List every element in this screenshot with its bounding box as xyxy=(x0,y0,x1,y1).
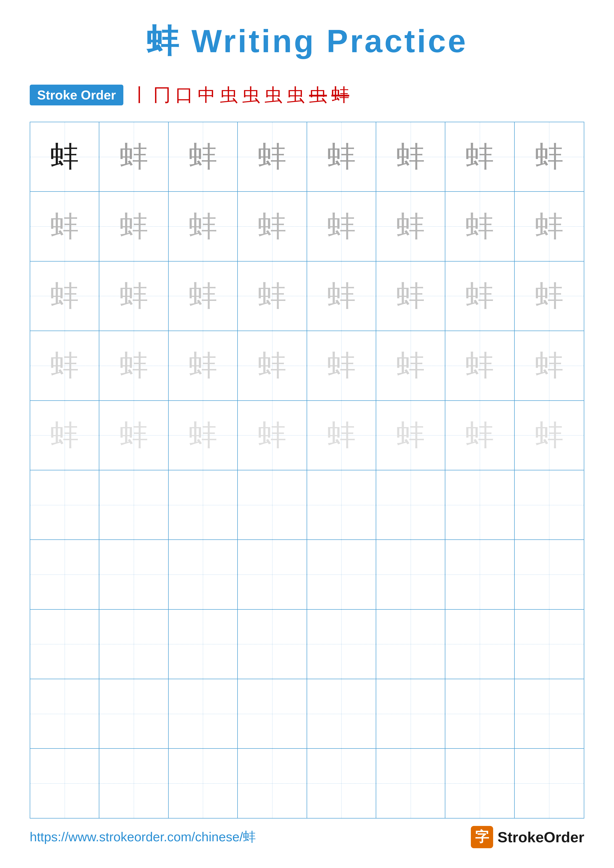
grid-cell-7-3[interactable] xyxy=(169,540,238,609)
stroke-sequence: 丨 冂 口 中 虫 虫 虫 虫 虫 蚌 xyxy=(131,83,349,107)
footer-logo: 字 StrokeOrder xyxy=(471,826,584,848)
char-practice: 蚌 xyxy=(120,143,148,171)
grid-cell-5-5: 蚌 xyxy=(307,401,376,470)
footer: https://www.strokeorder.com/chinese/蚌 字 … xyxy=(30,826,584,848)
char-practice: 蚌 xyxy=(396,421,425,450)
char-practice: 蚌 xyxy=(189,212,217,241)
grid-cell-8-6[interactable] xyxy=(376,610,445,679)
stroke-step-7: 虫 xyxy=(264,83,282,107)
char-practice: 蚌 xyxy=(535,351,563,380)
grid-cell-7-1[interactable] xyxy=(30,540,99,609)
grid-cell-3-2: 蚌 xyxy=(99,262,168,330)
grid-cell-10-5[interactable] xyxy=(307,749,376,818)
grid-cell-10-2[interactable] xyxy=(99,749,168,818)
char-practice: 蚌 xyxy=(465,282,494,310)
char-practice: 蚌 xyxy=(396,351,425,380)
grid-cell-1-2: 蚌 xyxy=(99,122,168,191)
char-practice: 蚌 xyxy=(327,282,356,310)
grid-cell-8-2[interactable] xyxy=(99,610,168,679)
page-title: 蚌 Writing Practice xyxy=(30,20,584,64)
grid-cell-7-5[interactable] xyxy=(307,540,376,609)
grid-cell-4-1: 蚌 xyxy=(30,331,99,400)
grid-cell-6-4[interactable] xyxy=(238,470,307,539)
grid-cell-4-3: 蚌 xyxy=(169,331,238,400)
grid-cell-9-3[interactable] xyxy=(169,679,238,748)
grid-cell-9-2[interactable] xyxy=(99,679,168,748)
char-practice: 蚌 xyxy=(120,421,148,450)
stroke-order-badge: Stroke Order xyxy=(30,85,123,105)
grid-cell-8-8[interactable] xyxy=(515,610,584,679)
stroke-step-6: 虫 xyxy=(242,83,260,107)
stroke-step-3: 口 xyxy=(176,83,193,107)
grid-cell-7-8[interactable] xyxy=(515,540,584,609)
grid-cell-1-1: 蚌 xyxy=(30,122,99,191)
grid-cell-9-6[interactable] xyxy=(376,679,445,748)
grid-cell-8-1[interactable] xyxy=(30,610,99,679)
char-practice: 蚌 xyxy=(258,351,286,380)
grid-cell-8-4[interactable] xyxy=(238,610,307,679)
grid-cell-1-4: 蚌 xyxy=(238,122,307,191)
grid-cell-9-8[interactable] xyxy=(515,679,584,748)
grid-cell-5-2: 蚌 xyxy=(99,401,168,470)
grid-cell-8-5[interactable] xyxy=(307,610,376,679)
char-practice: 蚌 xyxy=(50,212,79,241)
grid-cell-1-7: 蚌 xyxy=(445,122,515,191)
char-practice: 蚌 xyxy=(465,212,494,241)
grid-cell-10-6[interactable] xyxy=(376,749,445,818)
grid-cell-8-7[interactable] xyxy=(445,610,515,679)
grid-cell-3-4: 蚌 xyxy=(238,262,307,330)
grid-row-3: 蚌 蚌 蚌 蚌 蚌 蚌 蚌 蚌 xyxy=(30,262,584,331)
grid-cell-10-8[interactable] xyxy=(515,749,584,818)
practice-grid: 蚌 蚌 蚌 蚌 蚌 蚌 蚌 蚌 xyxy=(30,122,584,818)
grid-cell-9-7[interactable] xyxy=(445,679,515,748)
grid-cell-4-4: 蚌 xyxy=(238,331,307,400)
grid-cell-8-3[interactable] xyxy=(169,610,238,679)
grid-cell-3-5: 蚌 xyxy=(307,262,376,330)
grid-cell-6-1[interactable] xyxy=(30,470,99,539)
grid-row-9 xyxy=(30,679,584,749)
grid-cell-10-4[interactable] xyxy=(238,749,307,818)
grid-cell-5-8: 蚌 xyxy=(515,401,584,470)
grid-cell-7-6[interactable] xyxy=(376,540,445,609)
grid-row-10 xyxy=(30,749,584,818)
grid-cell-3-3: 蚌 xyxy=(169,262,238,330)
grid-cell-2-6: 蚌 xyxy=(376,192,445,261)
grid-cell-10-7[interactable] xyxy=(445,749,515,818)
char-reference: 蚌 xyxy=(50,143,79,171)
grid-cell-9-4[interactable] xyxy=(238,679,307,748)
footer-url[interactable]: https://www.strokeorder.com/chinese/蚌 xyxy=(30,828,256,846)
grid-cell-1-8: 蚌 xyxy=(515,122,584,191)
char-practice: 蚌 xyxy=(535,421,563,450)
char-practice: 蚌 xyxy=(50,282,79,310)
stroke-step-1: 丨 xyxy=(131,83,149,107)
grid-cell-6-6[interactable] xyxy=(376,470,445,539)
grid-cell-7-2[interactable] xyxy=(99,540,168,609)
grid-row-5: 蚌 蚌 蚌 蚌 蚌 蚌 蚌 蚌 xyxy=(30,401,584,470)
char-practice: 蚌 xyxy=(465,421,494,450)
char-practice: 蚌 xyxy=(396,282,425,310)
grid-cell-6-5[interactable] xyxy=(307,470,376,539)
grid-cell-5-1: 蚌 xyxy=(30,401,99,470)
char-practice: 蚌 xyxy=(189,282,217,310)
grid-row-4: 蚌 蚌 蚌 蚌 蚌 蚌 蚌 蚌 xyxy=(30,331,584,401)
grid-row-8 xyxy=(30,610,584,679)
page: 蚌 Writing Practice Stroke Order 丨 冂 口 中 … xyxy=(0,0,614,868)
grid-cell-10-3[interactable] xyxy=(169,749,238,818)
char-practice: 蚌 xyxy=(465,351,494,380)
grid-cell-9-1[interactable] xyxy=(30,679,99,748)
char-practice: 蚌 xyxy=(120,212,148,241)
grid-cell-6-3[interactable] xyxy=(169,470,238,539)
grid-cell-10-1[interactable] xyxy=(30,749,99,818)
grid-row-2: 蚌 蚌 蚌 蚌 蚌 蚌 蚌 蚌 xyxy=(30,192,584,261)
stroke-step-9: 虫 xyxy=(309,83,327,107)
stroke-step-5: 虫 xyxy=(220,83,238,107)
char-practice: 蚌 xyxy=(327,143,356,171)
grid-cell-5-4: 蚌 xyxy=(238,401,307,470)
grid-cell-7-7[interactable] xyxy=(445,540,515,609)
grid-cell-6-8[interactable] xyxy=(515,470,584,539)
grid-cell-6-2[interactable] xyxy=(99,470,168,539)
grid-cell-4-5: 蚌 xyxy=(307,331,376,400)
grid-cell-9-5[interactable] xyxy=(307,679,376,748)
grid-cell-6-7[interactable] xyxy=(445,470,515,539)
grid-cell-7-4[interactable] xyxy=(238,540,307,609)
